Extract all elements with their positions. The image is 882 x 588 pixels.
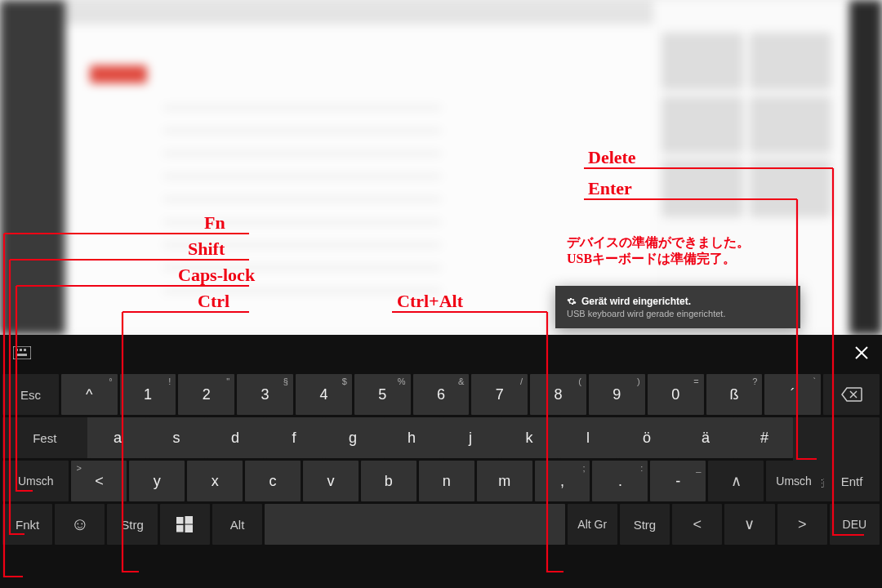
key-ctrl-right[interactable]: Strg bbox=[620, 504, 670, 545]
svg-rect-3 bbox=[24, 349, 26, 351]
key-dot[interactable]: :. bbox=[592, 461, 648, 501]
key-arrow-down[interactable]: ∨ bbox=[724, 504, 774, 545]
key-ae[interactable]: ä bbox=[678, 417, 734, 458]
key-sz[interactable]: ?ß bbox=[706, 374, 763, 415]
svg-rect-2 bbox=[20, 349, 22, 351]
key-capslock[interactable]: Fest bbox=[2, 417, 87, 458]
key-4[interactable]: $4 bbox=[296, 374, 352, 415]
key-3[interactable]: §3 bbox=[237, 374, 293, 415]
key-oe[interactable]: ö bbox=[619, 417, 675, 458]
key-6[interactable]: &6 bbox=[413, 374, 470, 415]
key-a[interactable]: a bbox=[90, 417, 146, 458]
key-caret[interactable]: °^ bbox=[61, 374, 118, 415]
key-backspace[interactable] bbox=[823, 374, 880, 415]
key-accent[interactable]: `´ bbox=[764, 374, 821, 415]
key-emoji[interactable]: ☺ bbox=[55, 504, 105, 545]
keyboard-close-button[interactable] bbox=[854, 345, 869, 364]
svg-rect-1 bbox=[16, 349, 18, 351]
key-9[interactable]: )9 bbox=[589, 374, 645, 415]
key-k[interactable]: k bbox=[501, 417, 558, 458]
key-esc[interactable]: Esc bbox=[2, 374, 59, 415]
key-space[interactable] bbox=[265, 504, 564, 545]
key-m[interactable]: m bbox=[477, 461, 532, 501]
toast-title: Gerät wird eingerichtet. bbox=[581, 296, 691, 307]
key-arrow-left[interactable]: < bbox=[672, 504, 722, 545]
key-n[interactable]: n bbox=[419, 461, 474, 501]
windows-icon bbox=[176, 516, 193, 532]
key-shift-left[interactable]: Umsch bbox=[2, 461, 69, 501]
key-delete[interactable]: Entf bbox=[824, 461, 880, 501]
gear-icon bbox=[567, 296, 577, 306]
key-windows[interactable] bbox=[160, 504, 210, 545]
keyboard-mode-icon[interactable] bbox=[13, 346, 31, 363]
key-x[interactable]: x bbox=[187, 461, 243, 501]
toast-subtitle: USB keyboard wird gerade eingerichtet. bbox=[567, 309, 789, 318]
svg-rect-4 bbox=[17, 354, 27, 356]
device-setup-toast: Gerät wird eingerichtet. USB keyboard wi… bbox=[555, 286, 800, 328]
keyboard-row-5: Fnkt ☺ Strg Alt Alt Gr Strg < ∨ > DEU bbox=[2, 504, 880, 545]
key-ctrl-left[interactable]: Strg bbox=[107, 504, 157, 545]
key-s[interactable]: s bbox=[149, 417, 205, 458]
keyboard-row-1: Esc °^ !1 "2 §3 $4 %5 &6 /7 (8 )9 =0 ?ß … bbox=[2, 374, 880, 415]
key-alt[interactable]: Alt bbox=[212, 504, 262, 545]
svg-rect-12 bbox=[185, 525, 194, 533]
key-c[interactable]: c bbox=[245, 461, 301, 501]
svg-rect-11 bbox=[176, 525, 184, 532]
onscreen-keyboard: Esc °^ !1 "2 §3 $4 %5 &6 /7 (8 )9 =0 ?ß … bbox=[0, 335, 882, 588]
key-2[interactable]: "2 bbox=[178, 374, 234, 415]
key-f[interactable]: f bbox=[266, 417, 323, 458]
key-arrow-up[interactable]: ∧ bbox=[708, 461, 764, 501]
key-h[interactable]: h bbox=[384, 417, 440, 458]
key-b[interactable]: b bbox=[361, 461, 416, 501]
key-altgr[interactable]: Alt Gr bbox=[568, 504, 617, 545]
key-j[interactable]: j bbox=[443, 417, 499, 458]
key-fn[interactable]: Fnkt bbox=[2, 504, 52, 545]
key-l[interactable]: l bbox=[560, 417, 617, 458]
key-8[interactable]: (8 bbox=[530, 374, 586, 415]
emoji-icon: ☺ bbox=[71, 514, 89, 535]
key-5[interactable]: %5 bbox=[354, 374, 411, 415]
key-y[interactable]: y bbox=[129, 461, 185, 501]
key-v[interactable]: v bbox=[303, 461, 359, 501]
key-shift-right[interactable]: Umsch bbox=[766, 461, 822, 501]
key-lt[interactable]: >< bbox=[71, 461, 127, 501]
key-0[interactable]: =0 bbox=[648, 374, 704, 415]
key-g[interactable]: g bbox=[325, 417, 381, 458]
svg-rect-9 bbox=[176, 517, 184, 524]
svg-rect-10 bbox=[185, 516, 194, 524]
key-d[interactable]: d bbox=[207, 417, 264, 458]
key-arrow-right[interactable]: > bbox=[777, 504, 827, 545]
key-minus[interactable]: _- bbox=[650, 461, 706, 501]
key-1[interactable]: !1 bbox=[120, 374, 176, 415]
key-language[interactable]: DEU bbox=[830, 504, 880, 545]
key-hash[interactable]: # bbox=[737, 417, 793, 458]
svg-rect-0 bbox=[13, 346, 31, 359]
key-7[interactable]: /7 bbox=[471, 374, 528, 415]
key-comma[interactable]: ;, bbox=[535, 461, 590, 501]
keyboard-row-4: Umsch >< y x c v b n m ;, :. _- ∧ Umsch … bbox=[2, 461, 880, 501]
